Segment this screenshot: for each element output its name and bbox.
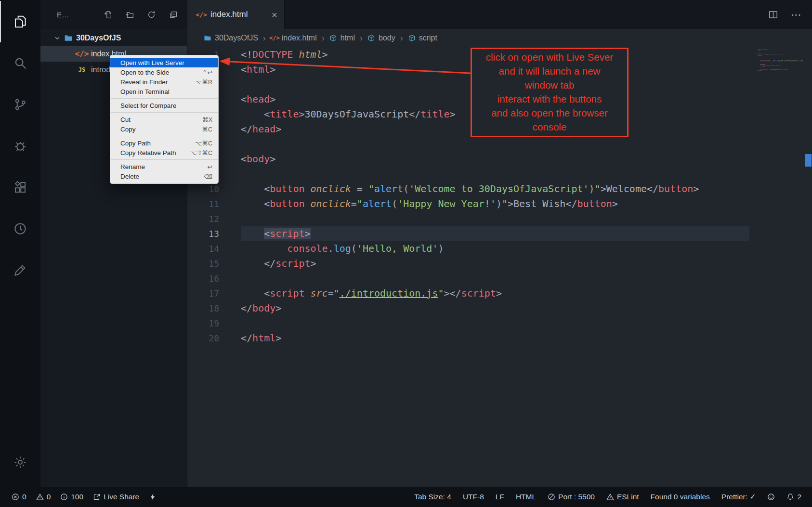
code-line-19[interactable]: 19 (187, 316, 749, 331)
breadcrumb: 30DaysOfJS›</>index.html›html›body›scrip… (187, 29, 812, 47)
split-editor-icon[interactable] (769, 10, 778, 19)
new-file-icon[interactable] (104, 11, 112, 19)
menu-separator (111, 112, 218, 113)
tree-root[interactable]: 30DaysOfJS (40, 30, 187, 46)
code-line-6[interactable]: 6</head> (187, 122, 749, 137)
code-line-16[interactable]: 16 (187, 271, 749, 286)
tab-index-html[interactable]: </> index.html × (187, 0, 285, 29)
activity-item-timeline[interactable] (0, 208, 40, 249)
tab-bar: </> index.html × ⋯ (187, 0, 812, 29)
code-line-13[interactable]: 13 <script> (187, 226, 749, 241)
symbol-icon (367, 34, 375, 42)
code-line-10[interactable]: 10 <button onclick = "alert('Welcome to … (187, 182, 749, 196)
bell-icon (786, 493, 794, 501)
status-label: Found 0 variables (651, 493, 710, 501)
status-item-language-mode[interactable]: HTML (516, 493, 536, 501)
breadcrumb-item-30daysofjs[interactable]: 30DaysOfJS (204, 34, 258, 42)
status-right: Tab Size: 4UTF-8LFHTMLPort : 5500ESLintF… (414, 493, 801, 501)
code-line-11[interactable]: 11 <button onclick="alert('Happy New Yea… (187, 196, 749, 211)
code-line-8[interactable]: 8<body> (187, 152, 749, 167)
activity-item-settings[interactable] (0, 442, 40, 483)
activity-item-extensions[interactable] (0, 167, 40, 208)
status-item-eslint[interactable]: ESLint (606, 493, 639, 501)
status-item-tab-size[interactable]: Tab Size: 4 (414, 493, 451, 501)
status-item-eol[interactable]: LF (496, 493, 504, 501)
status-label: ESLint (617, 493, 639, 501)
menu-item-reveal-in-finder[interactable]: Reveal in Finder⌥⌘R (110, 77, 218, 87)
source-control-icon (13, 97, 27, 112)
minimap[interactable]: <!DOCTYPE html><html><head> <title>30Day… (757, 49, 803, 74)
warning-icon (606, 493, 614, 501)
pencil-icon (13, 263, 27, 277)
menu-item-rename[interactable]: Rename↩ (110, 162, 218, 171)
symbol-icon (329, 34, 337, 42)
code-line-20[interactable]: 20</html> (187, 331, 749, 346)
code-line-9[interactable]: 9 (187, 167, 749, 182)
status-item-errors[interactable]: 0 (12, 493, 26, 501)
activity-item-run-and-debug[interactable] (0, 125, 40, 167)
code-line-3[interactable]: 3 (187, 77, 749, 92)
activity-item-feedback[interactable] (0, 249, 40, 291)
code-editor[interactable]: 1<!DOCTYPE html>2<html>34<head>5 <title>… (187, 47, 749, 346)
status-item-feedback-smiley[interactable] (767, 493, 775, 501)
collapse-all-icon[interactable] (169, 11, 177, 19)
menu-item-delete[interactable]: Delete⌫ (110, 171, 218, 181)
explorer-title: E… (57, 11, 69, 19)
html-file-icon: </> (77, 50, 87, 58)
activity-bar-bottom (0, 442, 40, 483)
annotation-line: window tab (474, 78, 625, 92)
status-item-encoding[interactable]: UTF-8 (463, 493, 484, 501)
breadcrumb-item-html[interactable]: html (329, 34, 355, 42)
status-item-info[interactable]: 100 (60, 493, 83, 501)
menu-item-open-to-the-side[interactable]: Open to the Side⌃↩ (110, 67, 218, 77)
code-line-1[interactable]: 1<!DOCTYPE html> (187, 47, 749, 62)
annotation-line: console (474, 120, 625, 134)
status-item-notifications[interactable]: 2 (786, 493, 801, 501)
breadcrumb-item-script[interactable]: script (408, 34, 437, 42)
warning-icon (36, 493, 44, 501)
code-line-17[interactable]: 17 <script src="./introduction.js"></scr… (187, 286, 749, 301)
folder-icon (64, 34, 73, 42)
activity-item-explorer[interactable] (0, 1, 40, 42)
gear-icon (13, 455, 27, 469)
code-line-4[interactable]: 4<head> (187, 92, 749, 107)
breadcrumb-item-body[interactable]: body (367, 34, 395, 42)
status-label: HTML (516, 493, 536, 501)
menu-item-cut[interactable]: Cut⌘X (110, 115, 218, 124)
port-icon (548, 493, 555, 501)
code-line-18[interactable]: 18</body> (187, 301, 749, 316)
more-icon[interactable]: ⋯ (791, 10, 800, 19)
annotation-line: click on open with Live Sever (474, 50, 625, 64)
status-item-live-share[interactable]: Live Share (93, 493, 139, 501)
status-item-quick-action[interactable] (149, 493, 157, 501)
status-item-variables[interactable]: Found 0 variables (651, 493, 710, 501)
code-line-7[interactable]: 7 (187, 137, 749, 152)
menu-item-copy-relative-path[interactable]: Copy Relative Path⌥⇧⌘C (110, 148, 218, 157)
menu-item-select-for-compare[interactable]: Select for Compare (110, 101, 218, 110)
code-line-14[interactable]: 14 console.log('Hello, World') (187, 241, 749, 256)
scrollbar[interactable] (805, 47, 812, 487)
status-item-warnings[interactable]: 0 (36, 493, 51, 501)
tree-root-label: 30DaysOfJS (76, 34, 121, 42)
menu-item-copy-path[interactable]: Copy Path⌥⌘C (110, 138, 218, 148)
code-line-15[interactable]: 15 </script> (187, 256, 749, 271)
refresh-icon[interactable] (147, 11, 156, 19)
activity-item-source-control[interactable] (0, 84, 40, 125)
new-folder-icon[interactable] (126, 11, 134, 19)
breadcrumb-item-index-html[interactable]: </>index.html (271, 34, 317, 42)
status-label: Port : 5500 (558, 493, 595, 501)
editor-actions: ⋯ (769, 0, 812, 29)
status-item-prettier[interactable]: Prettier: ✓ (721, 493, 756, 501)
menu-item-open-with-live-server[interactable]: Open with Live Server (110, 58, 218, 67)
menu-item-open-in-terminal[interactable]: Open in Terminal (110, 87, 218, 96)
status-item-live-server-port[interactable]: Port : 5500 (548, 493, 595, 501)
activity-item-search[interactable] (0, 42, 40, 84)
close-icon[interactable]: × (272, 10, 277, 20)
lightning-icon (149, 493, 157, 501)
code-line-12[interactable]: 12 (187, 211, 749, 226)
code-line-5[interactable]: 5 <title>30DaysOfJavaScript</title> (187, 107, 749, 122)
menu-item-copy[interactable]: Copy⌘C (110, 124, 218, 134)
explorer-actions (104, 11, 177, 19)
code-line-2[interactable]: 2<html> (187, 62, 749, 77)
annotation-line: and also open the browser (474, 106, 625, 120)
